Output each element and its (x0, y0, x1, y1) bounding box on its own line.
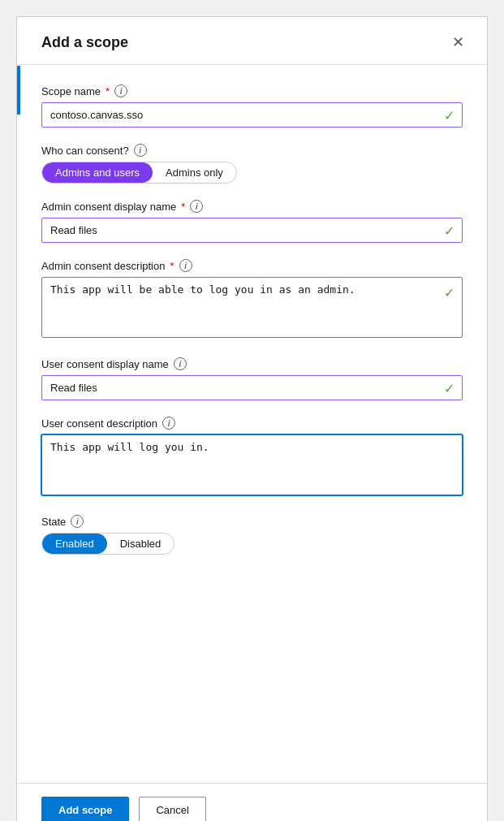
scope-name-input[interactable] (41, 102, 463, 127)
admin-consent-description-info-icon[interactable]: i (179, 259, 192, 272)
admin-consent-description-textarea[interactable]: This app will be able to log you in as a… (41, 277, 463, 338)
admin-consent-display-name-input-wrapper: ✓ (41, 218, 463, 243)
dialog-footer: Add scope Cancel (17, 783, 487, 821)
user-consent-display-name-group: User consent display name i ✓ (41, 357, 463, 400)
add-scope-button[interactable]: Add scope (41, 797, 129, 821)
scope-name-group: Scope name * i ✓ (41, 84, 463, 127)
user-consent-description-textarea-wrapper: This app will log you in. (41, 434, 463, 499)
user-consent-display-name-input-wrapper: ✓ (41, 375, 463, 400)
cancel-button[interactable]: Cancel (139, 797, 205, 821)
who-can-consent-info-icon[interactable]: i (134, 144, 147, 157)
state-toggle-group: Enabled Disabled (41, 533, 174, 555)
scope-name-label: Scope name * i (41, 84, 463, 97)
admins-only-toggle[interactable]: Admins only (153, 162, 236, 183)
admin-consent-display-name-check-icon: ✓ (444, 223, 454, 238)
user-consent-display-name-input[interactable] (41, 375, 463, 400)
dialog-title: Add a scope (41, 34, 128, 51)
user-consent-description-group: User consent description i This app will… (41, 417, 463, 499)
user-consent-display-name-check-icon: ✓ (444, 380, 454, 395)
admin-consent-description-textarea-wrapper: This app will be able to log you in as a… (41, 277, 463, 341)
admin-consent-display-name-info-icon[interactable]: i (190, 200, 203, 213)
required-star-2: * (181, 201, 185, 213)
enabled-toggle[interactable]: Enabled (42, 534, 107, 554)
consent-toggle-group: Admins and users Admins only (41, 162, 237, 184)
admin-consent-display-name-group: Admin consent display name * i ✓ (41, 200, 463, 243)
dialog-body: Scope name * i ✓ Who can consent? i Admi… (17, 65, 487, 783)
user-consent-description-info-icon[interactable]: i (162, 417, 175, 430)
state-label: State i (41, 515, 463, 528)
admin-consent-description-label: Admin consent description * i (41, 259, 463, 272)
dialog-header: Add a scope ✕ (17, 17, 487, 65)
required-star-3: * (170, 260, 174, 272)
disabled-toggle[interactable]: Disabled (107, 534, 174, 554)
user-consent-description-textarea[interactable]: This app will log you in. (41, 434, 463, 495)
close-button[interactable]: ✕ (446, 32, 471, 53)
admin-consent-description-group: Admin consent description * i This app w… (41, 259, 463, 341)
admin-consent-display-name-label: Admin consent display name * i (41, 200, 463, 213)
who-can-consent-group: Who can consent? i Admins and users Admi… (41, 144, 463, 184)
admins-and-users-toggle[interactable]: Admins and users (42, 162, 153, 183)
scope-name-check-icon: ✓ (444, 107, 454, 123)
state-info-icon[interactable]: i (71, 515, 84, 528)
add-scope-dialog: Add a scope ✕ Scope name * i ✓ Who can c… (16, 16, 488, 821)
scope-name-info-icon[interactable]: i (114, 84, 127, 97)
required-star: * (106, 85, 110, 97)
user-consent-display-name-label: User consent display name i (41, 357, 463, 370)
admin-consent-description-check-icon: ✓ (444, 285, 454, 300)
user-consent-description-label: User consent description i (41, 417, 463, 430)
scope-name-input-wrapper: ✓ (41, 102, 463, 127)
user-consent-display-name-info-icon[interactable]: i (174, 357, 187, 370)
who-can-consent-label: Who can consent? i (41, 144, 463, 157)
admin-consent-display-name-input[interactable] (41, 218, 463, 243)
side-accent (17, 66, 20, 115)
state-group: State i Enabled Disabled (41, 515, 463, 555)
